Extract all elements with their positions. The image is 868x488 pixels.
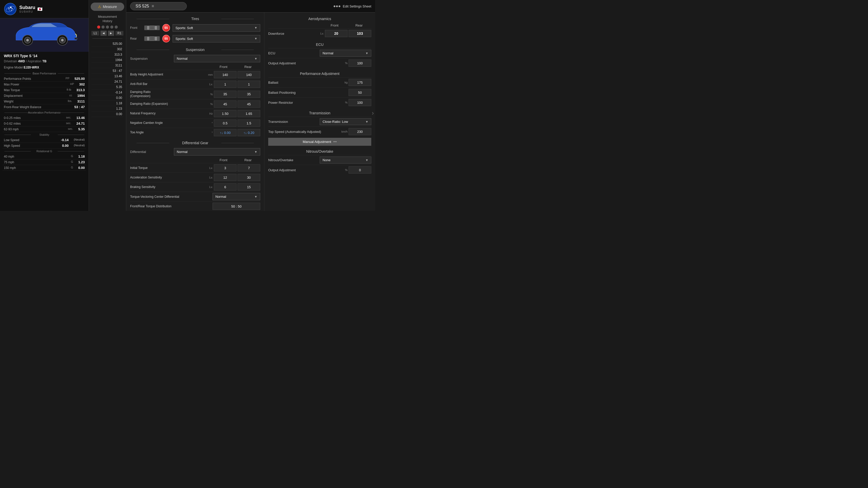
brand-header: Subaru SUBARU 🇯🇵 [0,0,89,18]
aero-front-col-header: Front [322,24,347,27]
history-dot-4[interactable] [110,26,113,29]
ballast-pos-value[interactable]: 50 [349,89,371,96]
history-dot-2[interactable] [101,26,104,29]
weight-label: Weight [4,100,13,103]
downforce-rear-value[interactable]: 103 [349,30,371,37]
front-tire-label: Front [130,26,142,30]
output-adjustment-unit: % [341,62,347,65]
rear-tire-dropdown[interactable]: Sports: Soft ▼ [173,35,260,42]
accel-speed-unit: sec. [68,127,73,131]
tvcd-label: Torque-Vectoring Center Differential [130,195,213,199]
settings-title-bar: SS 525 ≡ [130,2,187,10]
nitrous-dropdown-arrow-icon: ▼ [365,158,368,162]
weight-balance-label: Front-Rear Weight Balance [4,105,41,109]
initial-torque-unit: Lv. [206,166,213,169]
anti-roll-label: Anti-Roll Bar [130,82,206,86]
power-restrictor-unit: % [341,101,347,104]
accel-062-row: 0-0.62 miles sec. 24.71 [3,121,86,126]
measure-val-pp: 525.00 [91,41,123,46]
aerodynamics-section: Aerodynamics Front Rear Downforce Lv. 20… [268,15,371,38]
transmission-dropdown[interactable]: Close-Ratio: Low ▼ [320,118,371,125]
base-performance-header: Base Performance [0,71,89,76]
initial-torque-front[interactable]: 3 [214,164,237,171]
hamburger-icon[interactable]: ≡ [152,4,154,8]
anti-roll-front[interactable]: 1 [214,80,237,88]
top-speed-value[interactable]: 230 [349,128,371,135]
weight-value: 3111 [77,99,85,103]
damping-exp-front[interactable]: 45 [214,100,237,108]
toe-row: Toe Angle ° ↑↓ 0.00 ↑↓ 0.20 [130,128,260,137]
subaru-logo-icon [4,3,17,15]
front-tire-dropdown[interactable]: Sports: Soft ▼ [173,24,260,32]
weight-balance-row: Front-Rear Weight Balance 53 : 47 [3,104,86,110]
svg-point-13 [61,39,64,41]
rot-75-unit: G [71,160,73,164]
damping-comp-front[interactable]: 35 [214,91,237,98]
history-next-button[interactable]: ▶ [108,31,114,36]
torque-dist-value[interactable]: 50 : 50 [213,203,260,210]
history-dot-1[interactable] [97,26,100,29]
measure-val-balance: 53 : 47 [91,68,123,74]
anti-roll-rear[interactable]: 1 [238,80,260,88]
engine-model: Engine Model EJ20-WRX [0,65,89,71]
body-height-front[interactable]: 140 [214,71,237,78]
body-height-rear[interactable]: 140 [238,71,260,78]
ecu-dropdown[interactable]: Normal ▼ [320,50,371,57]
scroll-right-icon[interactable]: › [371,108,375,118]
damping-exp-rear[interactable]: 45 [238,100,260,108]
camber-rear[interactable]: 1.5 [238,120,260,127]
tvcd-value: Normal [215,195,226,199]
toe-front[interactable]: ↑↓ 0.00 [214,129,237,136]
ballast-value[interactable]: 175 [349,79,371,86]
rot-75-label: 75 mph [4,160,14,164]
manual-dots-icon: ••• [333,140,337,144]
nitrous-output-value[interactable]: 0 [349,166,371,173]
power-restrictor-value[interactable]: 100 [349,99,371,106]
toe-rear[interactable]: ↑↓ 0.20 [238,129,260,136]
damping-exp-row: Damping Ratio (Expansion) % 45 45 [130,99,260,109]
car-image-area [0,18,89,52]
suspension-type-dropdown[interactable]: Normal ▼ [174,55,260,62]
suspension-rear-col-header: Rear [236,65,260,69]
braking-sensitivity-label: Braking Sensitivity [130,185,206,189]
rear-tire-ss-badge: SS [162,35,170,42]
stability-header: Stability [0,132,89,137]
braking-sensitivity-rear[interactable]: 15 [238,183,260,191]
history-dot-3[interactable] [106,26,109,29]
edit-settings-button[interactable]: ●●● Edit Settings Sheet [333,4,371,8]
rot-40-row: 40 mph G 1.18 [3,154,86,159]
history-prev-button[interactable]: ◀ [100,31,107,36]
accel-sensitivity-rear[interactable]: 30 [238,174,260,181]
rot-150-row: 150 mph G 0.00 [3,165,86,171]
natural-freq-front[interactable]: 1.50 [214,110,237,117]
ballast-unit: kg [341,81,347,84]
tvcd-dropdown[interactable]: Normal ▼ [213,193,260,200]
high-speed-sub: (Neutral) [74,144,85,148]
manual-adjustment-button[interactable]: Manual Adjustment ••• [268,138,371,146]
accel-sensitivity-front[interactable]: 12 [214,174,237,181]
damping-comp-rear[interactable]: 35 [238,91,260,98]
downforce-unit: Lv. [317,32,324,35]
max-power-unit: HP [70,83,74,86]
downforce-front-value[interactable]: 20 [325,30,347,37]
accel-performance-header: Acceleration Performance [0,110,89,115]
measure-button[interactable]: ⚠ Measure [91,3,124,11]
natural-freq-rear[interactable]: 1.65 [238,110,260,117]
rot-40-unit: G [71,155,73,158]
output-adjustment-value[interactable]: 100 [349,60,371,67]
initial-torque-label: Initial Torque [130,166,206,170]
braking-sensitivity-front[interactable]: 6 [214,183,237,191]
history-dot-5[interactable] [115,26,118,29]
nitrous-output-label: Output Adjustment [268,168,341,172]
stability-grid: Low Speed -0.14 (Neutral) High Speed 0.0… [0,137,89,149]
nitrous-dropdown[interactable]: None ▼ [320,157,371,164]
dots-icon: ●●● [333,4,341,8]
rot-75-value: 1.23 [78,160,85,164]
car-details: Drivetrain 4WD / Aspiration TB [0,59,89,65]
damping-comp-label: Damping Ratio(Compression) [130,90,206,98]
left-panel: Subaru SUBARU 🇯🇵 WRX STI Type S '14 [0,0,89,211]
initial-torque-rear[interactable]: 7 [238,164,260,171]
camber-front[interactable]: 0.5 [214,120,237,127]
body-height-label: Body Height Adjustment [130,73,206,77]
diff-type-dropdown[interactable]: Normal ▼ [174,148,260,156]
